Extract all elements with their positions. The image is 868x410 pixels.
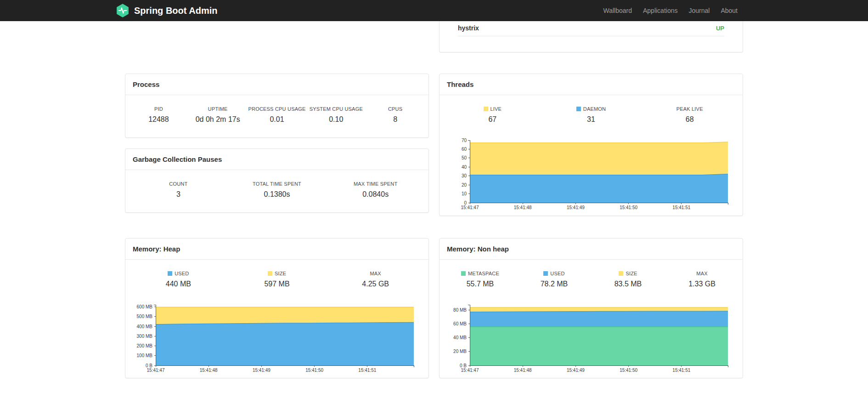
legend-used: USED 440 MB — [129, 271, 228, 288]
threads-chart: 01020304050607015:41:4715:41:4815:41:491… — [445, 137, 731, 211]
svg-text:400 MB: 400 MB — [137, 324, 153, 329]
top-right-column: hystrix UP — [439, 21, 743, 52]
metric-system-cpu-usage: SYSTEM CPU USAGE 0.10 — [306, 106, 366, 124]
middle-right-column: Threads LIVE 67 DAEMON 3 — [439, 74, 743, 216]
size-legend-swatch — [268, 271, 272, 276]
status-badge: UP — [716, 25, 724, 32]
memory-nonheap-legend: METASPACE 55.7 MB USED 78.2 MB — [440, 260, 743, 302]
svg-text:60 MB: 60 MB — [453, 321, 467, 326]
spring-boot-admin-logo-icon — [116, 4, 130, 17]
metric-label-text: METASPACE — [468, 271, 499, 276]
nav-item-wallboard[interactable]: Wallboard — [597, 7, 637, 14]
metric-value: 8 — [366, 115, 425, 124]
metric-value: 83.5 MB — [591, 280, 665, 288]
size-legend-swatch — [619, 271, 623, 276]
content: hystrix UP Process PID 12488 UPTIME 0d 0… — [125, 21, 743, 378]
brand-title: Spring Boot Admin — [134, 6, 217, 16]
metric-label: SIZE — [228, 271, 327, 276]
metric-max: MAX 4.25 GB — [326, 271, 425, 288]
svg-text:100 MB: 100 MB — [137, 353, 153, 358]
threads-panel: Threads LIVE 67 DAEMON 3 — [439, 74, 743, 216]
svg-text:0 B: 0 B — [460, 363, 467, 368]
metric-value: 4.25 GB — [326, 280, 425, 288]
metric-value: 31 — [542, 115, 641, 124]
svg-text:0: 0 — [464, 200, 467, 205]
metric-value: 1.33 GB — [665, 280, 739, 288]
metric-label: MAX TIME SPENT — [326, 181, 425, 187]
metric-value: 0.1380s — [228, 190, 327, 199]
legend-metaspace: METASPACE 55.7 MB — [443, 271, 517, 288]
navbar-inner: Spring Boot Admin Wallboard Applications… — [125, 0, 743, 21]
metric-peak-live: PEAK LIVE 68 — [640, 106, 739, 124]
metric-label: PEAK LIVE — [640, 106, 739, 112]
svg-text:30: 30 — [462, 173, 467, 178]
nav-item-journal[interactable]: Journal — [683, 7, 715, 14]
gc-panel: Garbage Collection Pauses COUNT 3 TOTAL … — [125, 148, 429, 213]
metric-label-text: LIVE — [490, 106, 502, 112]
legend-used: USED 78.2 MB — [517, 271, 591, 288]
metric-value: 0.0840s — [326, 190, 425, 199]
bottom-right-column: Memory: Non heap METASPACE 55.7 MB USED — [439, 238, 743, 378]
bottom-left-column: Memory: Heap USED 440 MB SIZE — [125, 238, 429, 378]
metric-label-text: SIZE — [275, 271, 286, 276]
process-panel-title: Process — [125, 74, 428, 95]
memory-nonheap-chart: 0 B20 MB40 MB60 MB80 MB15:41:4715:41:481… — [445, 302, 731, 374]
metric-value: 3 — [129, 190, 228, 199]
nav-item-applications[interactable]: Applications — [637, 7, 683, 14]
metric-count: COUNT 3 — [129, 181, 228, 199]
svg-text:600 MB: 600 MB — [137, 304, 153, 309]
metric-label: SYSTEM CPU USAGE — [306, 106, 366, 112]
svg-text:15:41:51: 15:41:51 — [672, 368, 690, 373]
metric-label: METASPACE — [443, 271, 517, 276]
svg-text:15:41:50: 15:41:50 — [620, 368, 637, 373]
metric-value: 55.7 MB — [443, 280, 517, 288]
svg-text:15:41:48: 15:41:48 — [514, 205, 532, 210]
used-legend-swatch — [168, 271, 172, 276]
metric-label-text: USED — [175, 271, 189, 276]
metric-max: MAX 1.33 GB — [665, 271, 739, 288]
gc-metrics: COUNT 3 TOTAL TIME SPENT 0.1380s MAX TIM… — [125, 170, 428, 212]
middle-left-column: Process PID 12488 UPTIME 0d 0h 2m 17s PR… — [125, 74, 429, 216]
metric-label: PID — [129, 106, 188, 112]
metric-value: 597 MB — [228, 280, 327, 288]
nav-item-about[interactable]: About — [715, 7, 743, 14]
svg-text:40: 40 — [462, 165, 467, 170]
svg-text:60: 60 — [462, 147, 467, 152]
legend-size: SIZE 83.5 MB — [591, 271, 665, 288]
application-row-hystrix[interactable]: hystrix UP — [458, 21, 724, 36]
svg-text:15:41:50: 15:41:50 — [305, 368, 323, 373]
memory-heap-panel: Memory: Heap USED 440 MB SIZE — [125, 238, 429, 378]
svg-text:15:41:50: 15:41:50 — [620, 205, 637, 210]
row-top: hystrix UP — [125, 21, 743, 52]
metric-label: USED — [517, 271, 591, 276]
svg-text:300 MB: 300 MB — [137, 334, 153, 339]
threads-panel-title: Threads — [440, 74, 743, 95]
metric-uptime: UPTIME 0d 0h 2m 17s — [188, 106, 248, 124]
threads-legend: LIVE 67 DAEMON 31 PEAK LIVE 68 — [440, 95, 743, 137]
memory-nonheap-panel-title: Memory: Non heap — [440, 239, 743, 260]
legend-daemon: DAEMON 31 — [542, 106, 641, 124]
metric-label: LIVE — [443, 106, 542, 112]
metric-value: 68 — [640, 115, 739, 124]
brand[interactable]: Spring Boot Admin — [116, 4, 217, 17]
svg-text:15:41:47: 15:41:47 — [461, 368, 479, 373]
metric-total-time-spent: TOTAL TIME SPENT 0.1380s — [228, 181, 327, 199]
metric-label-text: SIZE — [626, 271, 637, 276]
top-left-spacer — [125, 21, 429, 52]
application-name: hystrix — [458, 24, 479, 32]
metric-value: 0.10 — [306, 115, 366, 124]
process-metrics: PID 12488 UPTIME 0d 0h 2m 17s PROCESS CP… — [125, 95, 428, 137]
svg-text:500 MB: 500 MB — [137, 314, 153, 319]
metric-process-cpu-usage: PROCESS CPU USAGE 0.01 — [248, 106, 307, 124]
svg-text:15:41:49: 15:41:49 — [567, 368, 585, 373]
used-legend-swatch — [543, 271, 548, 276]
memory-nonheap-panel: Memory: Non heap METASPACE 55.7 MB USED — [439, 238, 743, 378]
svg-text:15:41:48: 15:41:48 — [514, 368, 532, 373]
gc-panel-title: Garbage Collection Pauses — [125, 149, 428, 170]
metric-value: 440 MB — [129, 280, 228, 288]
live-legend-swatch — [484, 107, 488, 111]
memory-heap-legend: USED 440 MB SIZE 597 MB MAX 4.25 GB — [125, 260, 428, 302]
metric-label: DAEMON — [542, 106, 641, 112]
svg-text:80 MB: 80 MB — [453, 308, 467, 313]
metric-label: USED — [129, 271, 228, 276]
